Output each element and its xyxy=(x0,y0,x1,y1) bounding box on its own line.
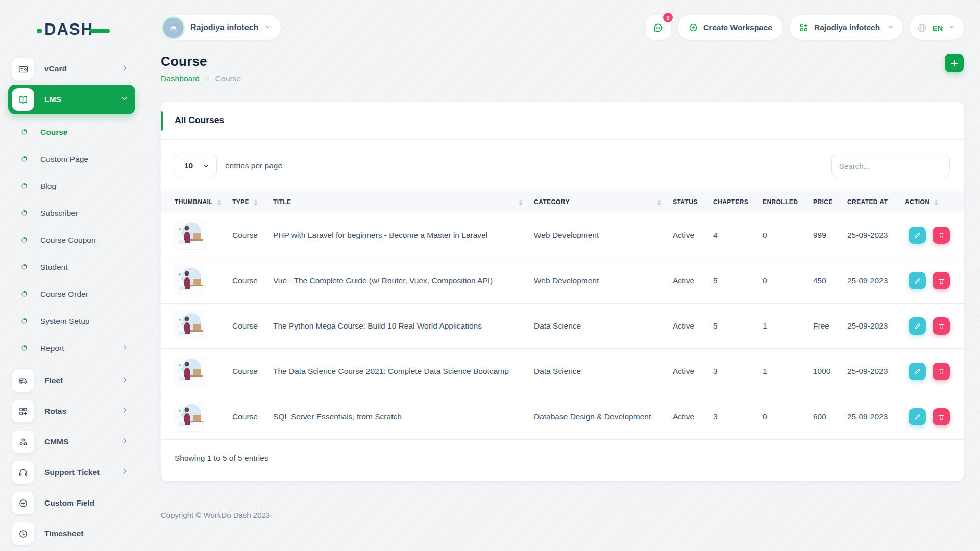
cell-actions xyxy=(905,408,950,425)
sidebar-item-course-order[interactable]: Course Order xyxy=(8,281,135,308)
edit-button[interactable] xyxy=(909,272,926,289)
column-header-chapters[interactable]: CHAPTERS xyxy=(713,198,763,206)
messages-button[interactable]: 0 xyxy=(646,15,671,40)
sidebar-item-rotas[interactable]: Rotas xyxy=(8,396,135,426)
sidebar-item-system-setup[interactable]: System Setup xyxy=(8,308,135,335)
sort-icon xyxy=(254,199,258,206)
submenu-label: Report xyxy=(40,344,121,353)
trash-icon xyxy=(938,322,945,330)
column-header-price[interactable]: PRICE xyxy=(813,198,847,206)
entries-per-page-select[interactable]: 10 xyxy=(175,155,217,177)
language-selector[interactable]: EN xyxy=(910,15,964,40)
van-icon xyxy=(12,369,34,392)
cell-price: 450 xyxy=(813,276,847,285)
column-header-category[interactable]: CATEGORY xyxy=(534,198,673,206)
edit-button[interactable] xyxy=(909,408,926,425)
table-row: Course The Python Mega Course: Build 10 … xyxy=(161,304,964,349)
course-thumbnail xyxy=(175,423,206,432)
cell-actions xyxy=(905,317,950,335)
column-label: STATUS xyxy=(673,198,698,206)
chevron-down-icon xyxy=(948,23,955,32)
cell-enrolled: 0 xyxy=(763,276,813,285)
sidebar-item-course-coupon[interactable]: Course Coupon xyxy=(8,227,135,254)
bullet-icon xyxy=(21,291,27,297)
workspace-selector[interactable]: Rajodiya infotech xyxy=(161,15,281,40)
sidebar-item-report[interactable]: Report xyxy=(8,335,135,362)
column-label: PRICE xyxy=(813,198,833,206)
sidebar-item-student[interactable]: Student xyxy=(8,254,135,281)
card-title: All Courses xyxy=(175,115,224,126)
delete-button[interactable] xyxy=(933,317,950,335)
sidebar-item-custom-field[interactable]: Custom Field xyxy=(8,488,135,518)
sidebar-item-blog[interactable]: Blog xyxy=(8,172,135,199)
edit-button[interactable] xyxy=(909,227,926,244)
column-header-title[interactable]: TITLE xyxy=(273,198,534,206)
sidebar-item-lms[interactable]: LMS xyxy=(8,85,135,114)
cell-chapters: 4 xyxy=(713,231,763,240)
pencil-icon xyxy=(914,232,921,239)
submenu-label: Course xyxy=(40,128,128,137)
cell-chapters: 5 xyxy=(713,276,763,285)
breadcrumb-dashboard-link[interactable]: Dashboard xyxy=(161,74,200,83)
vcard-icon xyxy=(12,58,34,80)
edit-button[interactable] xyxy=(909,363,926,380)
column-header-status[interactable]: STATUS xyxy=(673,198,713,206)
sidebar-item-course[interactable]: Course xyxy=(8,118,135,145)
pencil-icon xyxy=(914,322,921,330)
cell-type: Course xyxy=(232,321,273,331)
sidebar-item-cmms[interactable]: CMMS xyxy=(8,427,135,457)
column-label: CHAPTERS xyxy=(713,198,748,206)
search-input[interactable] xyxy=(831,155,950,177)
cell-type: Course xyxy=(232,276,273,285)
delete-button[interactable] xyxy=(933,272,950,289)
sidebar-item-fleet[interactable]: Fleet xyxy=(8,366,135,395)
cell-price: 1000 xyxy=(813,367,847,376)
create-workspace-button[interactable]: Create Workspace xyxy=(678,15,782,40)
add-course-button[interactable] xyxy=(945,54,964,72)
showing-entries-text: Showing 1 to 5 of 5 entries xyxy=(161,440,964,481)
sidebar-item-timesheet[interactable]: Timesheet xyxy=(8,519,135,548)
course-thumbnail xyxy=(175,287,206,295)
main-content: Rajodiya infotech 0 Create Workspace Raj… xyxy=(145,0,980,551)
sidebar-item-vcard[interactable]: vCard xyxy=(8,54,135,84)
column-label: TITLE xyxy=(273,198,291,206)
column-header-action[interactable]: ACTION xyxy=(905,198,950,206)
course-thumbnail xyxy=(175,241,206,250)
delete-button[interactable] xyxy=(933,227,950,244)
breadcrumb: Dashboard Course xyxy=(161,74,241,83)
chevron-down-icon xyxy=(264,23,272,32)
cell-enrolled: 1 xyxy=(763,367,813,376)
plus-circle-icon xyxy=(688,22,698,33)
bullet-icon xyxy=(21,129,27,135)
cell-chapters: 3 xyxy=(713,367,763,376)
grid-plus-icon xyxy=(12,400,34,422)
courses-table: THUMBNAIL TYPE TITLE CATEGORY STATUS CHA… xyxy=(161,191,964,440)
company-selector[interactable]: Rajodiya infotech xyxy=(790,15,902,40)
cell-chapters: 3 xyxy=(713,412,763,421)
cell-title: PHP with Laravel for beginners - Become … xyxy=(273,231,534,240)
column-label: ACTION xyxy=(905,198,929,206)
sort-icon xyxy=(519,199,523,206)
cell-title: The Data Science Course 2021: Complete D… xyxy=(273,367,534,376)
column-header-thumbnail[interactable]: THUMBNAIL xyxy=(175,198,232,206)
cell-actions xyxy=(905,227,950,244)
sidebar-item-subscriber[interactable]: Subscriber xyxy=(8,199,135,227)
column-header-enrolled[interactable]: ENROLLED xyxy=(763,198,813,206)
sidebar-item-label: vCard xyxy=(44,64,121,73)
column-label: ENROLLED xyxy=(763,198,798,206)
table-controls: 10 entries per page xyxy=(161,140,964,177)
sidebar-item-custom-page[interactable]: Custom Page xyxy=(8,145,135,172)
column-header-type[interactable]: TYPE xyxy=(232,198,273,206)
column-header-created-at[interactable]: CREATED AT xyxy=(847,198,905,206)
clock-icon xyxy=(12,522,34,545)
delete-button[interactable] xyxy=(933,408,950,425)
workspace-name: Rajodiya infotech xyxy=(190,23,258,32)
sidebar: DASH vCard LMS xyxy=(0,0,145,551)
cell-title: Vue - The Complete Guide (w/ Router, Vue… xyxy=(273,276,534,285)
edit-button[interactable] xyxy=(909,317,926,335)
table-row: Course SQL Server Essentials, from Scrat… xyxy=(161,394,964,440)
table-row: Course Vue - The Complete Guide (w/ Rout… xyxy=(161,258,964,304)
sidebar-item-support-ticket[interactable]: Support Ticket xyxy=(8,458,135,487)
delete-button[interactable] xyxy=(933,363,950,380)
brand-logo[interactable]: DASH xyxy=(37,19,145,40)
